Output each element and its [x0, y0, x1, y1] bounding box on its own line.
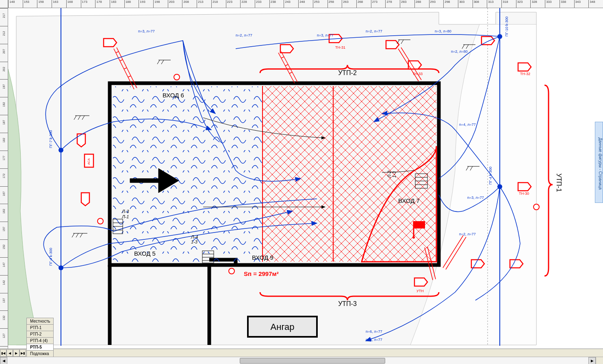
hangar-label-box: Ангар [248, 317, 317, 337]
sector-marker: Л-1 [121, 214, 129, 219]
hydrant-label: ПГ-7 k-300 [49, 130, 53, 148]
hose-line-label: n=3, л=80 [435, 29, 451, 33]
svg-rect-8 [414, 221, 425, 228]
tab-nav-last[interactable]: ▶▮ [20, 349, 26, 357]
sector-marker: 1-3 [392, 171, 397, 178]
sector-marker: Л-4 [191, 235, 198, 239]
hydrant-label: ПГ-10 k-300 [505, 17, 509, 37]
truck-icon [280, 45, 293, 53]
unit-label: ТН-30 [519, 192, 529, 196]
scroll-thumb[interactable] [240, 358, 385, 364]
ruler-vertical: 2172122072021971921871821771721671621571… [0, 8, 8, 364]
truck-icon [471, 260, 484, 268]
truck-icon [81, 193, 89, 206]
hose-line-label: n=2, л=77 [366, 29, 382, 33]
truck-icon [518, 183, 531, 191]
unit-label: УТН [416, 289, 424, 293]
unit-label: ТН-31 [335, 45, 345, 50]
hose-line-label: n=2, л=77 [459, 232, 476, 236]
vhod5-label: ВХОД 5 [134, 250, 156, 257]
drawing-canvas[interactable]: Ангар УТП-2 УТП-3 УТП-1 ВХОД 5 ВХОД 6 ВХ… [8, 8, 595, 346]
hydrant-label: ПГ-4 k-300 [488, 167, 492, 185]
hose-line-label: n=4, л=77 [366, 338, 382, 342]
nozzle-icon [174, 74, 180, 80]
hose-line-label: n=6, л=77 [366, 330, 382, 334]
hose-line-label: n=2, л=77 [236, 33, 252, 37]
scroll-right-button[interactable]: ▶ [588, 357, 596, 364]
nozzle-icon [98, 218, 103, 224]
hose-line-label: n=4, л=77 [459, 123, 476, 127]
area-label: Sп = 2997м² [244, 270, 279, 277]
utp3-label: УТП-3 [338, 300, 357, 307]
utp2-label: УТП-2 [338, 69, 357, 76]
hose-line-label: n=3, л=77 [138, 29, 155, 33]
hydrant-label: ПГ-4 k-300 [49, 248, 53, 266]
vhod6-label: ВХОД 6 [163, 92, 184, 99]
unit-label: ТН-32 [520, 72, 530, 76]
truck-icon [104, 39, 117, 47]
ruler-horizontal: 1481531581631681731781831881931982032082… [8, 0, 603, 8]
page-tab[interactable]: Местность [26, 318, 54, 324]
sector-marker: Л-2 [387, 171, 392, 178]
tab-nav-next[interactable]: ▶ [13, 349, 20, 357]
truck-icon [77, 134, 85, 147]
scroll-corner [596, 357, 603, 364]
tab-nav-first[interactable]: ▮◀ [0, 349, 7, 357]
hangar-label: Ангар [271, 322, 295, 332]
truck-icon [414, 278, 427, 286]
aca-symbol: АСА [85, 154, 93, 167]
unit-label: ТН-33 [412, 72, 423, 76]
page-tab[interactable]: РТП-2 [26, 331, 54, 337]
nozzle-icon [534, 204, 539, 210]
svg-point-10 [412, 236, 415, 239]
scroll-track[interactable] [7, 357, 588, 364]
truck-icon [386, 41, 399, 49]
shape-data-panel-tab[interactable]: Данные фигуры - Страница [595, 122, 603, 203]
page-tab[interactable]: РТП-1 [26, 324, 54, 331]
nozzle-icon [229, 268, 234, 274]
hose-line-label: n=3, л=77 [467, 196, 484, 200]
page-tab-bar: ▮◀ ◀ ▶ ▶▮ МестностьРТП-1РТП-2РТП-4 (4)РТ… [0, 349, 603, 357]
vhod9-label: ВХОД 9 [252, 254, 273, 261]
vhod7-label: ВХОД 7 [398, 197, 420, 204]
page-tab[interactable]: Подложка [26, 350, 54, 357]
horizontal-scrollbar[interactable]: ◀ ▶ [0, 357, 596, 364]
tab-nav-prev[interactable]: ◀ [7, 349, 13, 357]
sector-marker: 1-3 [191, 239, 198, 244]
hose-line-label: n=3, л=77 [317, 33, 334, 37]
ruler-corner [0, 0, 8, 8]
scroll-left-button[interactable]: ◀ [0, 357, 7, 364]
page-tab[interactable]: РТП-5 [26, 344, 54, 350]
page-tab[interactable]: РТП-4 (4) [26, 337, 54, 344]
truck-icon [518, 63, 531, 71]
hose-line-label: n=2, л=80 [451, 50, 468, 54]
sector-marker: Л-3 [121, 209, 129, 214]
svg-text:АСА: АСА [87, 158, 91, 165]
utp1-label: УТП-1 [555, 173, 562, 192]
